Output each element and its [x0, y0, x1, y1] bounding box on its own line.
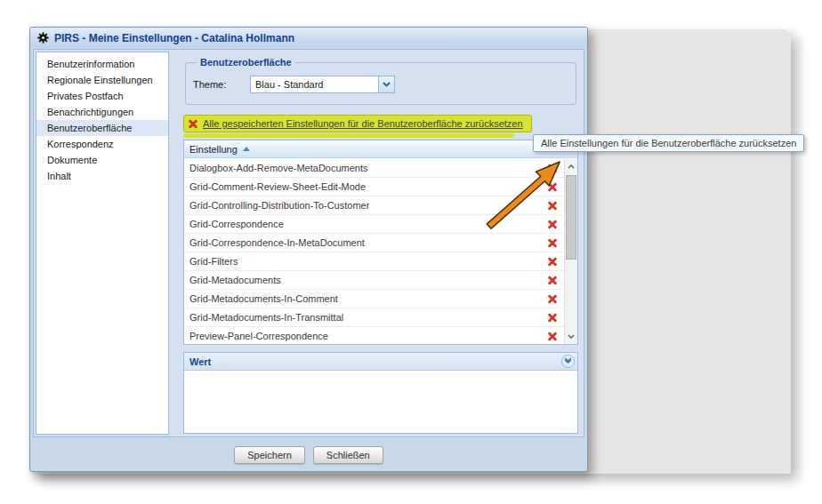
table-row[interactable]: Grid-Metadocuments [184, 271, 564, 290]
settings-dialog: PIRS - Meine Einstellungen - Catalina Ho… [29, 27, 588, 472]
tooltip: Alle Einstellungen für die Benutzeroberf… [533, 134, 804, 152]
table-row[interactable]: Grid-Comment-Review-Sheet-Edit-Mode [184, 178, 564, 196]
sidebar-item-benutzeroberflaeche[interactable]: Benutzeroberfläche [36, 120, 168, 136]
settings-main-panel: Benutzeroberfläche Theme: Blau - Standar… [173, 50, 584, 436]
chevron-down-icon [383, 82, 391, 87]
reset-link-label[interactable]: Alle gespeicherten Einstellungen für die… [203, 118, 523, 129]
table-row[interactable]: Grid-Controlling-Distribution-To-Custome… [184, 196, 564, 215]
table-row[interactable]: Grid-Filters [184, 252, 564, 271]
table-row[interactable]: Grid-Correspondence [184, 215, 564, 234]
sidebar-item-korrespondenz[interactable]: Korrespondenz [36, 136, 168, 152]
theme-label: Theme: [193, 79, 250, 90]
reset-link-area: Alle gespeicherten Einstellungen für die… [183, 115, 584, 138]
scrollbar-thumb[interactable] [566, 175, 576, 260]
table-row[interactable]: Grid-Metadocuments-In-Transmittal [184, 308, 564, 327]
reset-row-x-icon[interactable] [547, 293, 558, 304]
sidebar-item-benutzerinformation[interactable]: Benutzerinformation [36, 56, 168, 72]
grid-column-title: Einstellung [189, 144, 238, 155]
ui-fieldset: Benutzeroberfläche Theme: Blau - Standar… [185, 57, 576, 105]
double-chevron-down-icon [564, 359, 572, 364]
sidebar-item-inhalt[interactable]: Inhalt [36, 168, 168, 184]
table-row[interactable]: Grid-Metadocuments-In-Comment [184, 290, 564, 308]
grid-body: Dialogbox-Add-Remove-MetaDocuments Grid-… [184, 159, 564, 344]
dialog-title: PIRS - Meine Einstellungen - Catalina Ho… [54, 32, 294, 44]
wert-panel-title: Wert [189, 356, 211, 367]
theme-selected-value[interactable]: Blau - Standard [251, 76, 378, 92]
reset-row-x-icon[interactable] [547, 312, 558, 323]
gear-icon [37, 32, 49, 44]
reset-row-x-icon[interactable] [547, 219, 558, 229]
reset-row-x-icon[interactable] [547, 163, 558, 173]
scroll-down-button[interactable] [565, 330, 577, 343]
reset-row-x-icon[interactable] [547, 275, 558, 285]
red-x-icon [188, 118, 198, 129]
scroll-up-button[interactable] [565, 160, 577, 173]
grid-scrollbar[interactable] [564, 159, 577, 344]
wert-panel-header: Wert [184, 353, 577, 371]
dialog-content: Benutzerinformation Regionale Einstellun… [33, 49, 584, 437]
reset-row-x-icon[interactable] [547, 256, 558, 267]
reset-row-x-icon[interactable] [547, 181, 558, 192]
close-button[interactable]: Schließen [313, 446, 383, 464]
ui-fieldset-legend: Benutzeroberfläche [197, 57, 295, 68]
table-row[interactable]: Preview-Panel-Correspondence [184, 327, 564, 345]
grid-column-header[interactable]: Einstellung [184, 140, 577, 158]
wert-panel-body [184, 371, 577, 433]
sidebar-item-benachrichtigungen[interactable]: Benachrichtigungen [36, 104, 168, 120]
table-row[interactable]: Dialogbox-Add-Remove-MetaDocuments [184, 159, 564, 178]
table-row[interactable]: Grid-Correspondence-In-MetaDocument [184, 234, 564, 252]
sidebar-item-regionale-einstellungen[interactable]: Regionale Einstellungen [36, 72, 168, 88]
reset-row-x-icon[interactable] [547, 237, 558, 248]
theme-dropdown-trigger[interactable] [378, 76, 394, 92]
chevron-down-icon [568, 334, 575, 339]
wert-panel: Wert [183, 352, 578, 434]
reset-row-x-icon[interactable] [547, 331, 558, 341]
theme-select[interactable]: Blau - Standard [250, 76, 395, 93]
sort-ascending-icon [243, 147, 250, 151]
sidebar-item-dokumente[interactable]: Dokumente [36, 152, 168, 168]
settings-grid: Einstellung Dialogbox-Add-Remove-MetaDoc… [183, 140, 578, 345]
reset-all-ui-settings-link[interactable]: Alle gespeicherten Einstellungen für die… [183, 115, 532, 132]
reset-row-x-icon[interactable] [547, 200, 558, 211]
dialog-titlebar: PIRS - Meine Einstellungen - Catalina Ho… [30, 28, 587, 48]
collapse-panel-button[interactable] [561, 355, 575, 368]
sidebar-item-privates-postfach[interactable]: Privates Postfach [36, 88, 168, 104]
highlight-marker [183, 133, 514, 138]
save-button[interactable]: Speichern [234, 446, 305, 464]
dialog-footer: Speichern Schließen [30, 446, 587, 464]
chevron-up-icon [568, 164, 575, 169]
settings-category-list: Benutzerinformation Regionale Einstellun… [36, 52, 169, 435]
